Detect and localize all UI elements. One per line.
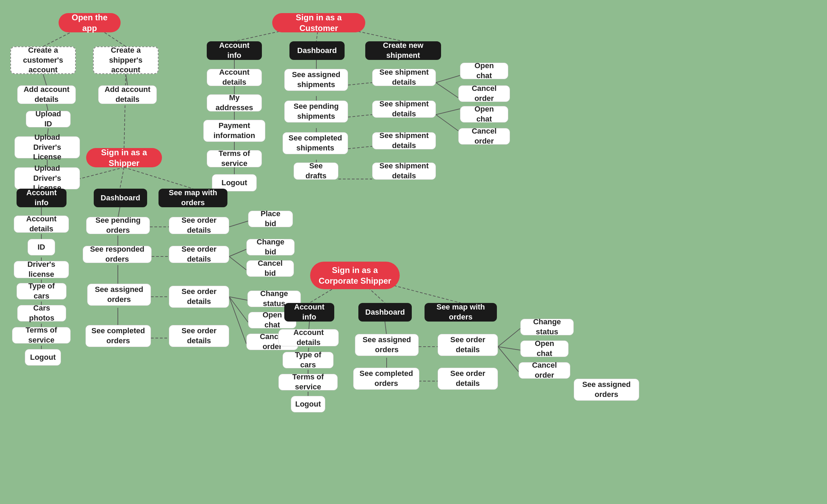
dashboard-corp-node: Dashboard <box>358 303 412 322</box>
logout-ship-node: Logout <box>25 349 61 366</box>
svg-line-30 <box>124 167 193 189</box>
change-status-corp-node: Change status <box>520 319 574 335</box>
cancel-bid-node: Cancel bid <box>246 260 294 277</box>
upload-dl-1-node: Upload Driver's License <box>14 136 80 158</box>
see-assigned-orders-corp-node: See assigned orders <box>355 334 419 356</box>
svg-line-25 <box>436 109 460 115</box>
see-map-orders-ship-node: See map with orders <box>159 189 227 207</box>
create-shipper-account-node: Create a shipper's account <box>93 46 159 74</box>
svg-line-46 <box>229 221 248 227</box>
account-info-ship-node: Account info <box>17 189 67 207</box>
sign-in-customer-node: Sign in as a Customer <box>272 13 365 32</box>
svg-line-6 <box>126 74 127 85</box>
terms-service-ship-node: Terms of service <box>12 327 71 344</box>
svg-line-65 <box>498 347 519 372</box>
svg-line-24 <box>436 83 458 98</box>
create-new-shipment-node: Create new shipment <box>365 41 441 60</box>
svg-line-51 <box>229 297 246 344</box>
create-customer-account-node: Create a customer's account <box>10 46 76 74</box>
upload-dl-2-node: Upload Driver's License <box>14 167 80 189</box>
see-order-details-assigned-node: See order details <box>169 286 229 308</box>
terms-service-cust-node: Terms of service <box>207 150 262 167</box>
see-shipment-details-2-node: See shipment details <box>372 101 436 118</box>
see-order-details-responded-node: See order details <box>169 246 229 263</box>
svg-line-19 <box>348 83 372 85</box>
add-account-details-ship-node: Add account details <box>98 85 157 104</box>
see-order-details-corp-assigned-node: See order details <box>438 334 498 356</box>
account-details-corp-node: Account details <box>278 329 339 346</box>
open-chat-1-node: Open chat <box>460 63 508 79</box>
see-completed-orders-ship-node: See completed orders <box>85 325 151 347</box>
svg-line-63 <box>498 328 520 347</box>
see-responded-orders-node: See responded orders <box>83 246 152 263</box>
dashboard-cust-node: Dashboard <box>289 41 345 60</box>
open-chat-corp-node: Open chat <box>520 340 569 357</box>
cancel-order-corp-node: Cancel order <box>519 362 570 379</box>
diagram: Open the app Sign in as a Customer Sign … <box>0 0 827 504</box>
upload-id-node: Upload ID <box>26 111 71 127</box>
place-bid-node: Place bid <box>248 211 293 227</box>
see-order-details-corp-completed-node: See order details <box>438 368 498 390</box>
svg-line-20 <box>348 115 372 117</box>
account-details-ship-node: Account details <box>14 216 69 233</box>
change-bid-node: Change bid <box>246 239 295 255</box>
svg-line-23 <box>436 75 460 83</box>
svg-line-2 <box>43 74 47 85</box>
see-order-details-completed-node: See order details <box>169 325 229 347</box>
account-info-cust-node: Account info <box>207 41 262 60</box>
logout-corp-node: Logout <box>291 396 325 412</box>
see-pending-shipments-node: See pending shipments <box>284 101 348 123</box>
see-completed-orders-corp-node: See completed orders <box>353 368 419 390</box>
add-account-details-cust-node: Add account details <box>17 85 76 104</box>
see-completed-shipments-node: See completed shipments <box>283 132 348 154</box>
see-pending-orders-node: See pending orders <box>86 217 150 234</box>
my-addresses-node: My addresses <box>207 94 262 112</box>
type-of-cars-node: Type of cars <box>17 283 67 300</box>
see-shipment-details-4-node: See shipment details <box>372 162 436 180</box>
see-shipment-details-3-node: See shipment details <box>372 132 436 149</box>
see-drafts-node: See drafts <box>294 162 338 180</box>
see-assigned-orders-dashboard-node: See assigned orders <box>574 379 639 401</box>
account-details-cust-node: Account details <box>207 69 262 86</box>
svg-line-29 <box>120 167 124 189</box>
svg-line-50 <box>229 297 248 322</box>
id-ship-node: ID <box>28 239 55 255</box>
svg-line-48 <box>229 256 246 270</box>
svg-line-21 <box>348 146 372 149</box>
account-info-corp-node: Account info <box>284 303 334 322</box>
open-chat-2-node: Open chat <box>460 106 508 123</box>
terms-service-corp-node: Terms of service <box>278 374 338 390</box>
type-of-cars-corp-node: Type of cars <box>283 352 334 368</box>
sign-in-corp-node: Sign in as a Corporate Shipper <box>310 262 400 289</box>
sign-in-shipper-node: Sign in as a Shipper <box>86 148 162 167</box>
dashboard-ship-node: Dashboard <box>94 189 147 207</box>
cancel-order-2-node: Cancel order <box>458 128 510 145</box>
cancel-order-1-node: Cancel order <box>458 85 510 102</box>
open-app-node: Open the app <box>59 13 121 32</box>
svg-line-49 <box>229 297 247 300</box>
see-map-orders-corp-node: See map with orders <box>425 303 497 322</box>
svg-line-64 <box>498 347 520 350</box>
see-assigned-shipments-node: See assigned shipments <box>284 69 348 91</box>
see-assigned-orders-ship-node: See assigned orders <box>87 284 151 306</box>
svg-line-47 <box>229 249 246 256</box>
see-order-details-pending-node: See order details <box>169 217 229 234</box>
payment-info-node: Payment information <box>203 120 265 142</box>
see-shipment-details-1-node: See shipment details <box>372 69 436 86</box>
svg-line-59 <box>385 322 387 336</box>
drivers-license-ship-node: Driver's license <box>14 261 69 278</box>
svg-line-26 <box>436 115 458 131</box>
cars-photos-node: Cars photos <box>17 305 66 322</box>
